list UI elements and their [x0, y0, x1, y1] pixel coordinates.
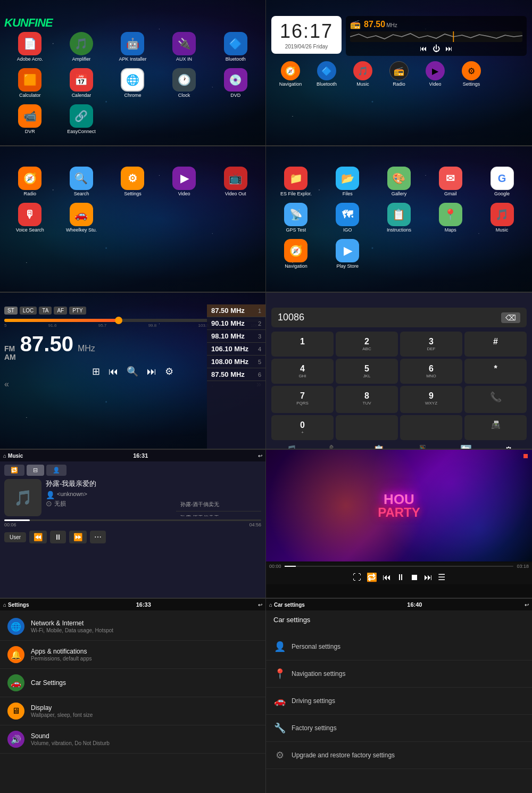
app-settings-d[interactable]: ⚙ Settings [108, 164, 157, 199]
freq-preset-6[interactable]: 87.50 MHz 6 [207, 368, 265, 381]
dial-6[interactable]: 6 MNO [400, 359, 462, 384]
app-apk-installer[interactable]: 🤖 APK Installer [108, 30, 157, 64]
app-instructions[interactable]: 📋 Instructions [375, 201, 424, 235]
radio-left-arrow[interactable]: « [4, 379, 9, 389]
dial-8[interactable]: 8 TUV [336, 386, 398, 413]
video-list-btn[interactable]: ☰ [438, 572, 445, 582]
back-icon-cs[interactable]: ↩ [525, 602, 529, 608]
app-gps-test[interactable]: 📡 GPS Test [271, 201, 321, 235]
car-driving-settings[interactable]: 🚗 Driving settings [266, 688, 532, 715]
app-amplifier[interactable]: 🎵 Amplifier [57, 30, 106, 64]
music-more-btn[interactable]: ⋯ [90, 531, 106, 543]
video-seekbar[interactable]: 00:00 03:18 [266, 563, 532, 570]
app-bluetooth-1[interactable]: 🔷 Bluetooth [211, 30, 260, 64]
dial-end-call[interactable]: 📞 [464, 386, 527, 413]
video-loop-btn[interactable]: 🔁 [367, 572, 377, 582]
app-playstore[interactable]: ▶ Play Store [323, 237, 372, 271]
radio-tag-loc[interactable]: LOC [20, 307, 37, 315]
bt-dial-icon[interactable]: 📱 [417, 444, 428, 449]
freq-preset-4[interactable]: 106.10 MHz 4 [207, 343, 265, 356]
video-play-btn[interactable]: ⏸ [396, 573, 405, 582]
app-gmail[interactable]: ✉ Gmail [426, 164, 475, 199]
app-gallery[interactable]: 🎨 Gallery [375, 164, 424, 199]
app-dvd[interactable]: 💿 DVD [211, 66, 260, 100]
dial-hash[interactable]: # [464, 332, 527, 357]
bt-sync-icon[interactable]: 🔄 [460, 444, 472, 449]
radio-next-main[interactable]: ⏭ [147, 366, 156, 377]
freq-preset-1[interactable]: 87.50 MHz 1 [207, 304, 265, 317]
bt-contacts-icon[interactable]: 📋 [373, 444, 385, 449]
app-music-d2[interactable]: 🎵 Music [477, 201, 527, 235]
radio-grid-btn[interactable]: ⊞ [92, 366, 100, 377]
app-bt-bottom[interactable]: 🔷 Bluetooth [310, 59, 344, 89]
app-calendar[interactable]: 📅 Calendar [57, 66, 106, 100]
backspace-btn[interactable]: ⌫ [501, 312, 520, 323]
settings-sound[interactable]: 🔊 Sound Volume, vibration, Do Not Distur… [0, 725, 265, 754]
radio-tag-pty[interactable]: PTY [69, 307, 86, 315]
playlist-item-0[interactable]: 孙露-酒干倘卖无 [176, 498, 261, 511]
bt-music-icon[interactable]: 🎵 [285, 444, 297, 449]
video-screenshot-btn[interactable]: ⛶ [353, 573, 361, 582]
dial-2[interactable]: 2 ABC [336, 332, 398, 357]
music-tab-eq[interactable]: ⊟ [27, 465, 44, 476]
app-chrome[interactable]: 🌐 Chrome [108, 66, 157, 100]
car-upgrade-settings[interactable]: ⚙ Upgrade and restore factory settings [266, 742, 532, 769]
radio-prev-main[interactable]: ⏮ [109, 366, 118, 377]
music-fwd-btn[interactable]: ⏩ [69, 531, 87, 543]
app-nav-bottom[interactable]: 🧭 Navigation [273, 59, 307, 89]
app-search-d[interactable]: 🔍 Search [57, 164, 106, 199]
music-tab-user[interactable]: 👤 [46, 465, 66, 476]
video-prev-btn[interactable]: ⏮ [383, 573, 391, 582]
dial-5[interactable]: 5 JKL [336, 359, 398, 384]
app-voice-d[interactable]: 🎙 Voice Search [5, 201, 55, 235]
dial-1[interactable]: 1 [271, 332, 334, 357]
back-icon-s[interactable]: ↩ [258, 602, 262, 608]
freq-preset-2[interactable]: 90.10 MHz 2 [207, 317, 265, 330]
radio-eq-btn[interactable]: ⚙ [165, 366, 173, 377]
car-personal-settings[interactable]: 👤 Personal settings [266, 633, 532, 660]
radio-next-btn[interactable]: ⏭ [445, 44, 453, 53]
video-stop-btn[interactable]: ⏹ [410, 573, 419, 582]
car-factory-settings[interactable]: 🔧 Factory settings [266, 715, 532, 742]
bt-settings-icon[interactable]: ⚙ [504, 444, 513, 449]
app-files[interactable]: 📂 Files [323, 164, 372, 199]
music-tab-loop[interactable]: 🔁 [4, 465, 24, 476]
dial-star[interactable]: * [464, 359, 527, 384]
dial-3[interactable]: 3 DEF [400, 332, 462, 357]
playlist-item-1[interactable]: 孙露-酒干倘卖无 [176, 511, 261, 516]
app-dvr[interactable]: 📹 DVR [5, 102, 55, 136]
music-progress[interactable]: 00:06 04:56 [4, 519, 261, 527]
app-google[interactable]: G Google [477, 164, 527, 199]
app-wheelkey-d[interactable]: 🚗 Wheelkey Stu. [57, 201, 106, 235]
dial-4[interactable]: 4 GHI [271, 359, 334, 384]
freq-preset-3[interactable]: 98.10 MHz 3 [207, 330, 265, 343]
music-user-btn[interactable]: User [4, 532, 26, 542]
dial-0[interactable]: 0 + [271, 415, 334, 440]
radio-tag-st[interactable]: ST [4, 307, 18, 315]
radio-search-btn[interactable]: 🔍 [127, 366, 138, 377]
dial-7[interactable]: 7 PQRS [271, 386, 334, 413]
app-igo[interactable]: 🗺 IGO [323, 201, 372, 235]
dial-9[interactable]: 9 WXYZ [400, 386, 462, 413]
app-settings-bottom[interactable]: ⚙ Settings [454, 59, 488, 89]
radio-power-btn[interactable]: ⏻ [433, 44, 440, 53]
app-nav-d2[interactable]: 🧭 Navigation [271, 237, 321, 271]
app-easyconnect[interactable]: 🔗 EasyConnect [57, 102, 106, 136]
app-adobe[interactable]: 📄 Adobe Acro. [5, 30, 55, 64]
app-radio-bottom[interactable]: 📻 Radio [382, 59, 416, 89]
settings-network[interactable]: 🌐 Network & Internet Wi-Fi, Mobile, Data… [0, 613, 265, 641]
settings-display[interactable]: 🖥 Display Wallpaper, sleep, font size [0, 697, 265, 725]
app-aux-in[interactable]: 🔌 AUX IN [160, 30, 209, 64]
radio-tag-af[interactable]: AF [54, 307, 67, 315]
video-next-btn[interactable]: ⏭ [424, 573, 433, 582]
radio-prev-btn[interactable]: ⏮ [420, 44, 427, 53]
app-maps[interactable]: 📍 Maps [426, 201, 475, 235]
app-calculator[interactable]: 🟧 Calculator [5, 66, 55, 100]
app-video-d[interactable]: ▶ Video [160, 164, 209, 199]
app-videoout-d[interactable]: 📺 Video Out [211, 164, 260, 199]
music-rew-btn[interactable]: ⏪ [29, 531, 47, 543]
back-icon-m[interactable]: ↩ [258, 453, 262, 459]
dial-fax[interactable]: 📠 [464, 415, 527, 440]
app-radio-d[interactable]: 🧭 Radio [5, 164, 55, 199]
car-navigation-settings[interactable]: 📍 Navigation settings [266, 660, 532, 688]
